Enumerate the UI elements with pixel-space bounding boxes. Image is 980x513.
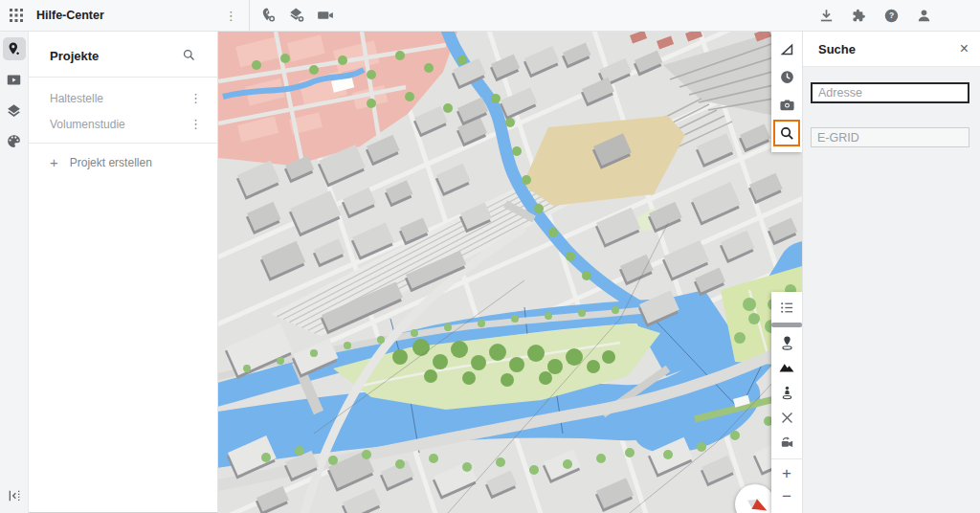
- projects-header: Projekte: [29, 32, 217, 77]
- compass-north-icon: [735, 484, 775, 513]
- projects-panel: Projekte Haltestelle ⋮ Volumenstudie ⋮ +…: [29, 32, 218, 513]
- location-settings-button[interactable]: [254, 0, 282, 32]
- search-panel-title: Suche: [818, 42, 856, 56]
- plugin-button[interactable]: [844, 0, 873, 32]
- app-title: Hilfe-Center: [36, 9, 104, 22]
- project-item-label: Haltestelle: [50, 92, 103, 105]
- legend-button[interactable]: [773, 295, 800, 320]
- terrain-button[interactable]: [773, 355, 800, 380]
- rail-collapse-button[interactable]: [3, 484, 26, 507]
- project-list: Haltestelle ⋮ Volumenstudie ⋮: [29, 78, 217, 143]
- pegman-drop-icon: [779, 385, 795, 401]
- cross-section-button[interactable]: [773, 405, 800, 430]
- search-panel-body: [803, 67, 980, 147]
- project-item-kebab-button[interactable]: ⋮: [182, 88, 210, 108]
- app-window: Hilfe-Center ⋮: [0, 0, 980, 513]
- account-button[interactable]: [909, 0, 938, 32]
- account-icon: [916, 8, 932, 24]
- help-button[interactable]: ?: [877, 0, 905, 32]
- location-settings-icon: [259, 7, 277, 24]
- drop-pin-button[interactable]: [773, 330, 800, 355]
- map-search-tool-button[interactable]: [773, 120, 800, 146]
- pegman-button[interactable]: [773, 380, 800, 405]
- map-toolbar-bottom: + − ⋮: [771, 292, 802, 513]
- top-bar: Hilfe-Center ⋮: [0, 0, 980, 32]
- project-item-kebab-button[interactable]: ⋮: [182, 114, 210, 134]
- apps-grid-button[interactable]: [0, 0, 33, 32]
- plus-icon: +: [50, 155, 58, 169]
- terrain-mountains-icon: [778, 359, 795, 376]
- title-kebab-menu-button[interactable]: ⋮: [217, 6, 245, 26]
- map-more-options-button[interactable]: ⋮: [773, 508, 800, 513]
- toolbar-separator: [771, 458, 802, 459]
- video-box-icon: [6, 72, 22, 88]
- compass-button[interactable]: [735, 484, 775, 513]
- zoom-in-button[interactable]: +: [773, 462, 800, 485]
- video-camera-button[interactable]: [311, 0, 340, 32]
- plugin-puzzle-icon: [851, 8, 867, 24]
- camera-icon: [779, 97, 795, 113]
- topbar-right-group: ?: [812, 0, 980, 32]
- rail-layers-button[interactable]: [3, 99, 26, 122]
- map-3d-viewport[interactable]: + − ⋮: [218, 32, 802, 513]
- legend-list-icon: [779, 300, 795, 316]
- create-project-button[interactable]: + Projekt erstellen: [29, 144, 160, 179]
- projects-search-button[interactable]: [174, 44, 204, 68]
- flythrough-camera-icon: [779, 435, 795, 451]
- slope-triangle-icon: [779, 41, 795, 57]
- projects-pin-icon: [6, 41, 22, 57]
- toolbar-drag-handle[interactable]: [771, 323, 802, 327]
- close-search-panel-button[interactable]: ×: [960, 41, 969, 56]
- pin-drop-icon: [779, 335, 795, 351]
- download-icon: [818, 8, 835, 24]
- map-toolbar-top: [771, 32, 802, 152]
- rail-palette-button[interactable]: [3, 129, 26, 152]
- projects-title: Projekte: [50, 49, 99, 63]
- rail-video-button[interactable]: [3, 68, 26, 91]
- topbar-divider: [249, 0, 250, 32]
- egrid-input[interactable]: [811, 127, 969, 147]
- zoom-out-button[interactable]: −: [773, 485, 800, 508]
- layers-icon: [6, 102, 22, 119]
- cross-icon: [779, 410, 795, 426]
- city-3d-map: [218, 32, 802, 513]
- clock-icon: [779, 69, 795, 85]
- create-project-label: Projekt erstellen: [70, 156, 152, 169]
- project-item-haltestelle[interactable]: Haltestelle ⋮: [29, 85, 217, 111]
- palette-icon: [6, 133, 22, 149]
- rail-projects-button[interactable]: [3, 37, 26, 60]
- layers-settings-icon: [288, 7, 305, 24]
- project-item-label: Volumenstudie: [50, 118, 125, 131]
- download-button[interactable]: [812, 0, 840, 32]
- project-item-volumenstudie[interactable]: Volumenstudie ⋮: [29, 111, 217, 137]
- apps-grid-icon: [9, 8, 24, 23]
- search-icon: [182, 48, 196, 62]
- left-icon-rail: [0, 32, 29, 513]
- slope-tool-button[interactable]: [773, 36, 800, 61]
- video-camera-icon: [317, 7, 334, 24]
- search-panel-header: Suche ×: [803, 32, 980, 67]
- time-tool-button[interactable]: [773, 64, 800, 89]
- svg-text:?: ?: [888, 11, 893, 20]
- search-panel: Suche ×: [802, 32, 980, 513]
- layers-settings-button[interactable]: [282, 0, 311, 32]
- help-icon: ?: [883, 8, 900, 24]
- screenshot-tool-button[interactable]: [773, 92, 800, 117]
- address-input[interactable]: [811, 82, 969, 103]
- flythrough-button[interactable]: [773, 430, 800, 455]
- search-icon: [779, 125, 795, 142]
- collapse-panel-icon: [7, 488, 22, 503]
